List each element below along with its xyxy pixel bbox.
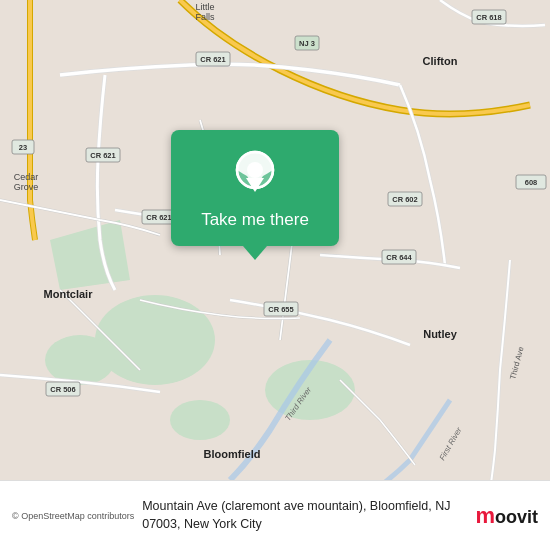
location-text: Mountain Ave (claremont ave mountain), B… <box>142 498 475 533</box>
svg-text:Grove: Grove <box>14 182 39 192</box>
svg-text:Bloomfield: Bloomfield <box>204 448 261 460</box>
svg-point-3 <box>45 335 115 385</box>
svg-text:Montclair: Montclair <box>44 288 94 300</box>
popup-box[interactable]: Take me there <box>171 130 339 246</box>
svg-text:Nutley: Nutley <box>423 328 458 340</box>
location-popup[interactable]: Take me there <box>145 130 365 260</box>
svg-text:Little: Little <box>195 2 214 12</box>
location-pin-icon <box>233 150 277 200</box>
svg-text:608: 608 <box>525 178 538 187</box>
popup-label: Take me there <box>201 210 309 230</box>
bottom-bar: © OpenStreetMap contributors Mountain Av… <box>0 480 550 550</box>
svg-text:CR 618: CR 618 <box>476 13 501 22</box>
moovit-m-letter: m <box>475 503 495 528</box>
svg-text:CR 506: CR 506 <box>50 385 75 394</box>
svg-text:CR 621: CR 621 <box>90 151 115 160</box>
svg-point-43 <box>248 163 262 177</box>
svg-text:Clifton: Clifton <box>423 55 458 67</box>
moovit-brand-text: moovit <box>475 503 538 529</box>
svg-point-4 <box>170 400 230 440</box>
popup-tail <box>243 246 267 260</box>
svg-text:Cedar: Cedar <box>14 172 39 182</box>
svg-text:CR 655: CR 655 <box>268 305 293 314</box>
svg-point-1 <box>95 295 215 385</box>
svg-text:23: 23 <box>19 143 27 152</box>
moovit-logo: moovit <box>475 503 538 529</box>
attribution-text: © OpenStreetMap contributors <box>12 511 134 521</box>
svg-text:CR 602: CR 602 <box>392 195 417 204</box>
svg-text:CR 644: CR 644 <box>386 253 412 262</box>
svg-text:NJ 3: NJ 3 <box>299 39 315 48</box>
svg-text:CR 621: CR 621 <box>200 55 225 64</box>
map-container: Third River First River CR 618 NJ 3 23 C… <box>0 0 550 480</box>
svg-text:Falls: Falls <box>195 12 215 22</box>
